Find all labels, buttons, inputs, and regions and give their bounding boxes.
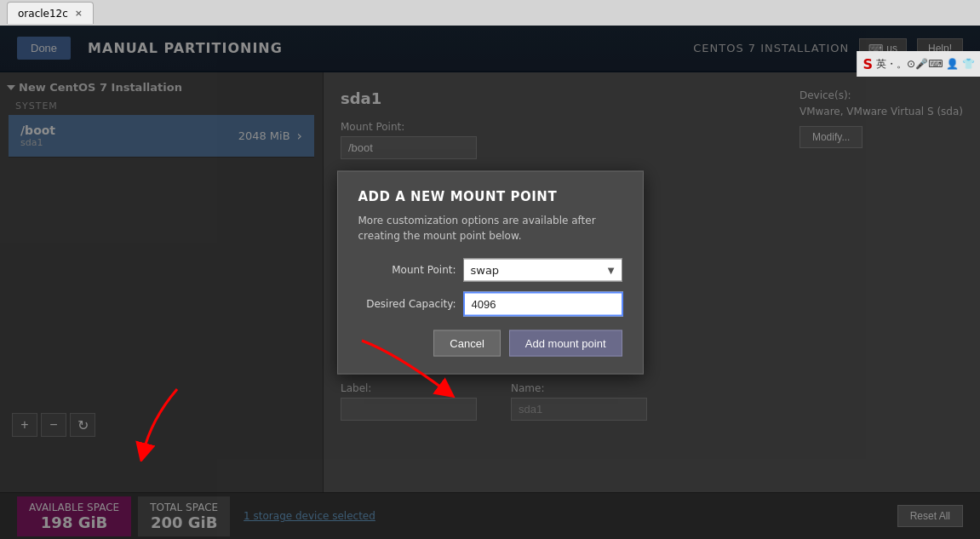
tab-close-icon[interactable]: × — [75, 8, 83, 19]
dialog-buttons: Cancel Add mount point — [358, 330, 622, 356]
add-mount-point-dialog: ADD A NEW MOUNT POINT More customization… — [337, 170, 644, 374]
tab-label: oracle12c — [18, 8, 68, 20]
dialog-subtitle: More customization options are available… — [358, 212, 622, 243]
taskbar-icons: S 英・。⊙🎤⌨ 👤 👕 — [857, 51, 980, 77]
installer-window: Done MANUAL PARTITIONING CENTOS 7 INSTAL… — [0, 26, 980, 539]
dialog-capacity-row: Desired Capacity: — [358, 291, 622, 316]
tab-bar: oracle12c × — [0, 0, 980, 26]
dialog-title: ADD A NEW MOUNT POINT — [358, 188, 622, 204]
dialog-capacity-input[interactable] — [463, 291, 623, 316]
dropdown-arrow-icon: ▼ — [608, 265, 615, 274]
dialog-mount-point-row: Mount Point: swap ▼ — [358, 258, 622, 281]
dialog-capacity-label: Desired Capacity: — [358, 298, 456, 310]
taskbar-items: 英・。⊙🎤⌨ 👤 👕 — [876, 57, 975, 72]
browser-tab[interactable]: oracle12c × — [7, 2, 94, 24]
dialog-mount-point-label: Mount Point: — [358, 264, 456, 276]
cancel-button[interactable]: Cancel — [433, 330, 500, 356]
dialog-mount-point-value: swap — [471, 263, 500, 276]
add-mount-point-button[interactable]: Add mount point — [509, 330, 622, 356]
dialog-mount-point-select[interactable]: swap ▼ — [463, 258, 622, 281]
taskbar-s-icon: S — [863, 56, 873, 72]
